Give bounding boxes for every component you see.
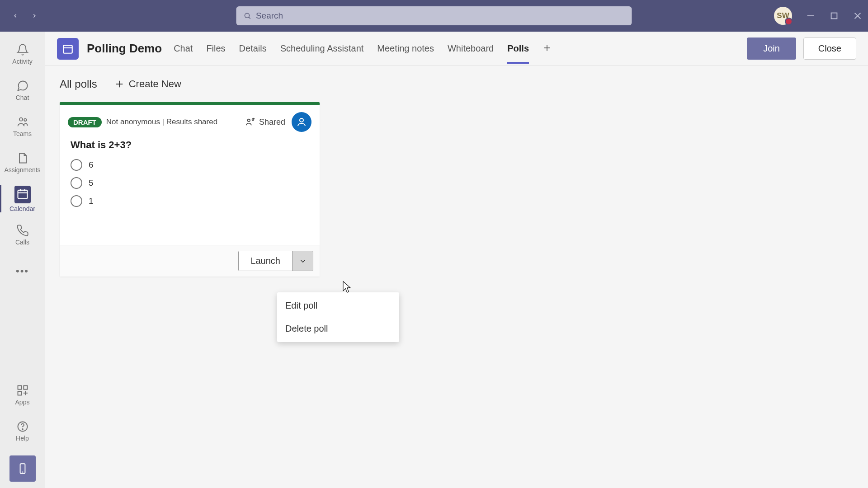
svg-line-1 <box>249 17 250 19</box>
plus-icon <box>542 43 552 52</box>
svg-point-18 <box>22 429 23 430</box>
svg-rect-14 <box>18 391 21 395</box>
create-new-poll[interactable]: Create New <box>114 78 181 90</box>
rail-label: Calls <box>15 239 29 246</box>
calendar-icon <box>16 188 29 200</box>
plus-icon <box>114 79 124 89</box>
svg-point-6 <box>19 118 23 121</box>
rail-label: Help <box>16 435 29 442</box>
rail-label: Apps <box>15 399 30 406</box>
tab-scheduling[interactable]: Scheduling Assistant <box>280 33 364 64</box>
rail-more[interactable]: ••• <box>0 253 45 289</box>
poll-owner-avatar[interactable] <box>292 112 311 132</box>
svg-point-31 <box>300 118 303 122</box>
shared-label: Shared <box>259 117 285 127</box>
tab-notes[interactable]: Meeting notes <box>377 33 434 64</box>
rail-teams[interactable]: Teams <box>0 108 45 145</box>
rail-calendar[interactable]: Calendar <box>0 181 45 217</box>
person-icon <box>296 117 307 127</box>
poll-meta: Not anonymous | Results shared <box>106 117 217 127</box>
rail-label: Calendar <box>9 205 35 212</box>
svg-rect-3 <box>831 13 837 19</box>
mouse-cursor <box>341 281 351 293</box>
poll-option[interactable]: 6 <box>71 159 309 171</box>
mobile-icon <box>17 463 28 474</box>
meeting-header: Polling Demo Chat Files Details Scheduli… <box>45 32 868 66</box>
svg-rect-8 <box>18 190 27 198</box>
help-icon <box>16 420 29 433</box>
poll-actions-menu: Edit poll Delete poll <box>277 292 399 342</box>
rail-chat[interactable]: Chat <box>0 72 45 108</box>
header-tabs: Chat Files Details Scheduling Assistant … <box>174 33 552 64</box>
window-maximize[interactable] <box>829 11 839 21</box>
launch-split-button: Launch <box>238 251 313 271</box>
rail-label: Activity <box>12 58 32 65</box>
svg-point-7 <box>24 119 26 121</box>
poll-card: DRAFT Not anonymous | Results shared Sha… <box>60 102 320 277</box>
rail-label: Chat <box>16 94 29 101</box>
search-input[interactable] <box>256 11 625 21</box>
bell-icon <box>16 43 29 56</box>
tab-chat[interactable]: Chat <box>174 33 193 64</box>
radio-icon <box>71 177 82 189</box>
poll-option-label: 6 <box>89 160 94 170</box>
window-close[interactable] <box>853 11 863 21</box>
ellipsis-icon: ••• <box>16 265 29 277</box>
svg-point-0 <box>245 13 249 18</box>
poll-option-label: 1 <box>89 196 94 206</box>
nav-forward[interactable] <box>29 10 40 21</box>
apps-icon <box>16 384 29 397</box>
calendar-badge <box>57 38 79 60</box>
launch-dropdown-toggle[interactable] <box>292 251 313 271</box>
phone-icon <box>16 224 29 237</box>
polls-list-title: All polls <box>60 78 97 90</box>
chevron-down-icon <box>299 257 307 265</box>
poll-question: What is 2+3? <box>71 139 309 151</box>
polls-content: All polls Create New DRAFT Not anonymous… <box>45 66 868 488</box>
poll-option-label: 5 <box>89 178 94 188</box>
svg-point-27 <box>248 119 250 122</box>
svg-rect-12 <box>18 386 21 389</box>
rail-mobile-button[interactable] <box>9 455 36 482</box>
tab-polls[interactable]: Polls <box>507 33 529 64</box>
rail-label: Teams <box>13 130 32 137</box>
close-button[interactable]: Close <box>803 38 856 60</box>
assignments-icon <box>16 152 29 164</box>
tab-files[interactable]: Files <box>206 33 225 64</box>
window-minimize[interactable] <box>806 11 816 21</box>
launch-button[interactable]: Launch <box>239 251 292 271</box>
poll-option[interactable]: 5 <box>71 177 309 189</box>
menu-edit-poll[interactable]: Edit poll <box>277 294 399 317</box>
user-avatar[interactable]: SW <box>774 7 792 25</box>
rail-help[interactable]: Help <box>0 413 45 449</box>
svg-rect-13 <box>24 386 27 389</box>
teams-icon <box>16 116 29 128</box>
chat-icon <box>16 80 29 92</box>
tab-details[interactable]: Details <box>239 33 267 64</box>
nav-back[interactable] <box>10 10 21 21</box>
search-box[interactable] <box>236 6 632 25</box>
create-new-label: Create New <box>129 78 181 90</box>
radio-icon <box>71 159 82 171</box>
search-icon <box>244 12 251 20</box>
svg-rect-21 <box>63 45 72 53</box>
poll-option[interactable]: 1 <box>71 195 309 207</box>
rail-label: Assignments <box>4 166 40 174</box>
join-button[interactable]: Join <box>747 38 796 60</box>
rail-activity[interactable]: Activity <box>0 36 45 72</box>
tab-add[interactable] <box>542 43 552 54</box>
menu-delete-poll[interactable]: Delete poll <box>277 317 399 340</box>
rail-assignments[interactable]: Assignments <box>0 145 45 181</box>
app-rail: Activity Chat Teams Assignments Calendar… <box>0 32 45 488</box>
radio-icon <box>71 195 82 207</box>
rail-calls[interactable]: Calls <box>0 217 45 253</box>
rail-apps[interactable]: Apps <box>0 377 45 413</box>
page-title: Polling Demo <box>87 42 162 56</box>
titlebar: SW <box>0 0 868 32</box>
tab-whiteboard[interactable]: Whiteboard <box>448 33 494 64</box>
status-badge: DRAFT <box>68 117 102 127</box>
shared-icon <box>245 117 255 127</box>
